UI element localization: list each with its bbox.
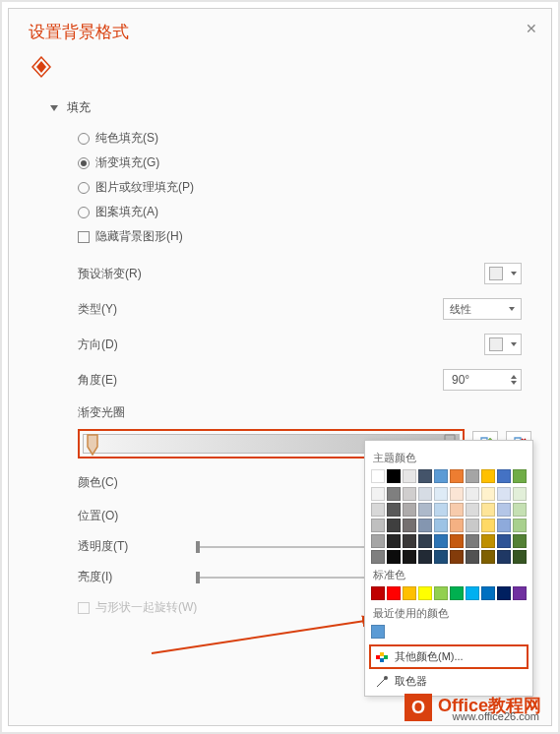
color-swatch[interactable] [450, 586, 464, 600]
color-swatch[interactable] [466, 503, 479, 517]
color-swatch[interactable] [371, 503, 385, 517]
color-swatch[interactable] [497, 503, 511, 517]
color-swatch[interactable] [387, 487, 401, 501]
color-swatch[interactable] [403, 487, 416, 501]
color-swatch[interactable] [403, 503, 416, 517]
color-swatch[interactable] [497, 519, 511, 532]
spinner-down-icon[interactable] [511, 381, 517, 385]
color-swatch[interactable] [418, 503, 432, 517]
color-swatch[interactable] [403, 550, 416, 564]
gradient-stop-1[interactable] [86, 433, 99, 457]
close-icon[interactable]: ✕ [526, 21, 537, 36]
color-swatch[interactable] [434, 503, 448, 517]
type-label: 类型(Y) [78, 301, 196, 318]
color-swatch[interactable] [513, 503, 527, 517]
color-swatch[interactable] [403, 519, 416, 532]
radio-icon [78, 157, 90, 169]
radio-solid-fill[interactable]: 纯色填充(S) [78, 130, 531, 147]
color-swatch[interactable] [481, 503, 495, 517]
color-swatch[interactable] [497, 487, 511, 501]
preset-gradient-dropdown[interactable] [484, 263, 522, 284]
color-swatch[interactable] [450, 503, 464, 517]
color-swatch[interactable] [450, 519, 464, 532]
color-swatch[interactable] [497, 534, 511, 548]
fill-bucket-icon[interactable] [29, 55, 54, 84]
color-swatch[interactable] [497, 586, 511, 600]
color-swatch[interactable] [513, 469, 527, 483]
chevron-down-icon [511, 342, 517, 346]
slider-thumb[interactable] [196, 541, 200, 553]
color-swatch[interactable] [497, 469, 511, 483]
color-swatch[interactable] [371, 625, 385, 639]
color-swatch[interactable] [371, 586, 385, 600]
color-swatch[interactable] [403, 586, 416, 600]
radio-gradient-fill[interactable]: 渐变填充(G) [78, 154, 531, 171]
color-swatch[interactable] [466, 550, 479, 564]
angle-spinner[interactable]: 90° [443, 369, 522, 391]
color-swatch[interactable] [403, 469, 416, 483]
color-swatch[interactable] [481, 469, 495, 483]
color-swatch[interactable] [434, 487, 448, 501]
color-swatch[interactable] [418, 550, 432, 564]
more-colors-item[interactable]: 其他颜色(M)... [369, 644, 529, 669]
color-swatch[interactable] [466, 586, 479, 600]
color-swatch[interactable] [371, 487, 385, 501]
palette-icon [375, 650, 389, 664]
color-swatch[interactable] [513, 519, 527, 532]
color-swatch[interactable] [434, 534, 448, 548]
gradient-stops-label: 渐变光圈 [78, 404, 531, 421]
spinner-up-icon[interactable] [511, 375, 517, 379]
color-swatch[interactable] [450, 550, 464, 564]
color-swatch[interactable] [481, 519, 495, 532]
color-swatch[interactable] [387, 586, 401, 600]
color-swatch[interactable] [481, 534, 495, 548]
color-swatch[interactable] [387, 503, 401, 517]
color-swatch[interactable] [387, 519, 401, 532]
type-dropdown[interactable]: 线性 [443, 298, 522, 320]
color-swatch[interactable] [466, 519, 479, 532]
color-swatch[interactable] [481, 550, 495, 564]
color-swatch[interactable] [371, 469, 385, 483]
color-swatch[interactable] [418, 487, 432, 501]
direction-dropdown[interactable] [484, 334, 522, 355]
color-swatch[interactable] [434, 519, 448, 532]
slider-thumb[interactable] [196, 572, 200, 583]
theme-colors-label: 主题颜色 [373, 451, 525, 465]
color-swatch[interactable] [387, 469, 401, 483]
color-swatch[interactable] [513, 586, 527, 600]
eyedropper-item[interactable]: 取色器 [371, 671, 527, 692]
radio-picture-fill[interactable]: 图片或纹理填充(P) [78, 179, 531, 196]
color-swatch[interactable] [387, 534, 401, 548]
color-swatch[interactable] [513, 534, 527, 548]
radio-pattern-fill[interactable]: 图案填充(A) [78, 204, 531, 220]
color-swatch[interactable] [434, 550, 448, 564]
color-swatch[interactable] [418, 534, 432, 548]
brightness-label: 亮度(I) [78, 569, 196, 585]
color-swatch[interactable] [387, 550, 401, 564]
color-swatch[interactable] [403, 534, 416, 548]
check-hide-bg[interactable]: 隐藏背景图形(H) [78, 228, 531, 245]
color-swatch[interactable] [418, 519, 432, 532]
color-swatch[interactable] [450, 469, 464, 483]
color-swatch[interactable] [466, 487, 479, 501]
color-swatch[interactable] [513, 487, 527, 501]
fill-section-header[interactable]: 填充 [50, 99, 531, 116]
color-swatch[interactable] [481, 487, 495, 501]
color-swatch[interactable] [450, 487, 464, 501]
color-swatch[interactable] [450, 534, 464, 548]
color-swatch[interactable] [466, 469, 479, 483]
color-swatch[interactable] [513, 550, 527, 564]
direction-swatch-icon [489, 337, 503, 351]
color-swatch[interactable] [434, 586, 448, 600]
color-swatch[interactable] [434, 469, 448, 483]
color-swatch[interactable] [371, 550, 385, 564]
color-swatch[interactable] [481, 586, 495, 600]
color-swatch[interactable] [466, 534, 479, 548]
chevron-down-icon [509, 307, 515, 311]
color-swatch[interactable] [418, 586, 432, 600]
color-swatch[interactable] [418, 469, 432, 483]
standard-colors-label: 标准色 [373, 568, 525, 582]
color-swatch[interactable] [371, 534, 385, 548]
color-swatch[interactable] [371, 519, 385, 532]
color-swatch[interactable] [497, 550, 511, 564]
